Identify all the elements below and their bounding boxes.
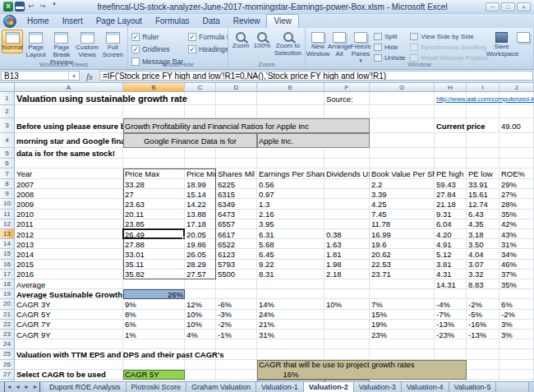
sheet-tab-valuation-3[interactable]: Valuation-3 — [354, 382, 402, 392]
cell-D7[interactable]: Shares Mil — [216, 168, 257, 179]
cell-J23[interactable]: 3% — [499, 330, 534, 339]
button-synchronous-scrolling[interactable]: Synchronous Scrolling — [410, 42, 488, 52]
cell-G14[interactable]: 19.6 — [370, 239, 435, 249]
cell-H13[interactable]: 4.20 — [435, 229, 467, 239]
cell-J12[interactable]: 42% — [499, 219, 534, 229]
cell-I7[interactable]: PE low — [467, 168, 499, 179]
cell-E4[interactable]: Apple Inc. — [257, 133, 370, 148]
checkbox-ruler[interactable]: ✓Ruler — [131, 33, 183, 41]
cell-B23[interactable]: 1% — [123, 330, 185, 339]
cell-H15[interactable]: 5.12 — [435, 249, 467, 259]
row-header-10[interactable]: 10 — [0, 199, 15, 209]
cell-A19[interactable]: Average Sustainable Growth rate — [15, 289, 123, 299]
cell-B21[interactable]: 8% — [123, 310, 185, 320]
cell-A17[interactable]: 2016 — [15, 270, 123, 279]
sheet-tab-valuation-5[interactable]: Valuation-5 — [449, 382, 497, 392]
cell-I16[interactable]: 3.07 — [467, 260, 499, 270]
col-header-H[interactable]: H — [435, 83, 467, 92]
cell-G12[interactable]: 11.78 — [370, 219, 435, 229]
cell-H8[interactable]: 59.43 — [435, 179, 467, 189]
window-close-button[interactable]: × — [517, 2, 531, 12]
redo-icon[interactable]: ↪ — [38, 2, 48, 12]
select-all-corner[interactable] — [0, 83, 15, 92]
row-header-18[interactable]: 18 — [0, 279, 15, 289]
col-header-B[interactable]: B — [123, 83, 185, 92]
cell-J10[interactable]: 28% — [499, 199, 534, 209]
button-zoom-to-selection[interactable]: Zoom to Selection — [273, 30, 303, 59]
col-header-G[interactable]: G — [370, 83, 435, 92]
cell-J15[interactable]: 34% — [499, 249, 534, 259]
excel-icon[interactable]: X — [3, 2, 13, 12]
cell-C7[interactable]: Price Min — [185, 168, 216, 179]
ribbon-tab-view[interactable]: View — [266, 14, 299, 28]
cell-E22[interactable]: 21% — [257, 320, 325, 330]
cell-E16[interactable]: 9.22 — [257, 260, 325, 270]
row-header-14[interactable]: 14 — [0, 239, 15, 249]
checkbox-headings[interactable]: ✓Headings — [188, 45, 228, 53]
button-arrange-all[interactable]: Arrange All — [329, 30, 350, 60]
sheet-tab-valuation-4[interactable]: Valuation-4 — [402, 382, 449, 392]
cell-F16[interactable]: 1.98 — [325, 260, 370, 270]
cell-A14[interactable]: 2013 — [15, 239, 123, 249]
cell-B11[interactable]: 20.11 — [123, 210, 185, 219]
cell-B3[interactable]: Growth Profitability and Financial Ratio… — [123, 118, 370, 133]
cell-D21[interactable]: -3% — [216, 310, 257, 320]
cell-E13[interactable]: 6.31 — [257, 229, 325, 239]
col-header-E[interactable]: E — [257, 83, 325, 92]
cell-F20[interactable]: 10% — [325, 299, 370, 309]
cell-G8[interactable]: 2.2 — [370, 179, 435, 189]
cell-D14[interactable]: 6522 — [216, 239, 257, 249]
cell-B22[interactable]: 6% — [123, 320, 185, 330]
button-100[interactable]: 100% — [251, 30, 273, 52]
cell-B20[interactable]: 9% — [123, 299, 185, 309]
cell-C11[interactable]: 13.88 — [185, 210, 216, 219]
sheet-tab-piotroski-score[interactable]: Piotroski Score — [127, 382, 187, 392]
cell-E26[interactable]: CAGR that will be use to project growth … — [257, 360, 467, 370]
cell-C10[interactable]: 14.22 — [185, 199, 216, 209]
insert-function-button[interactable]: fx — [80, 70, 99, 82]
cell-A21[interactable]: CAGR 5Y — [15, 310, 123, 320]
cell-G23[interactable]: 23% — [370, 330, 435, 339]
col-header-J[interactable]: J — [499, 83, 534, 92]
cell-G21[interactable]: 15% — [370, 310, 435, 320]
cell-E7[interactable]: Earnings Per Share USD — [257, 168, 325, 179]
row-header-25[interactable]: 25 — [0, 349, 15, 359]
button-custom-views[interactable]: Custom Views — [75, 30, 100, 61]
cell-F7[interactable]: Dividends USD — [325, 168, 370, 179]
cell-B9[interactable]: 27 — [123, 189, 185, 199]
cell-H10[interactable]: 21.18 — [435, 199, 467, 209]
previous-sheet-button[interactable]: ◄ — [13, 382, 22, 392]
row-header-13[interactable]: 13 — [0, 229, 15, 239]
cell-E12[interactable]: 3.95 — [257, 219, 325, 229]
cell-D16[interactable]: 5793 — [216, 260, 257, 270]
cell-J8[interactable]: 29% — [499, 179, 534, 189]
row-header-17[interactable]: 17 — [0, 270, 15, 279]
ribbon-tab-formulas[interactable]: Formulas — [149, 15, 196, 28]
ribbon-tab-data[interactable]: Data — [196, 15, 227, 28]
cell-J22[interactable]: 3% — [499, 320, 534, 330]
sheet-tab-valuation-1[interactable]: Valuation-1 — [256, 382, 304, 392]
row-header-8[interactable]: 8 — [0, 179, 15, 189]
row-header-26[interactable]: 26 — [0, 360, 15, 370]
row-header-19[interactable]: 19 — [0, 289, 15, 299]
cell-D13[interactable]: 6617 — [216, 229, 257, 239]
cell-J18[interactable]: 35% — [499, 279, 534, 289]
cell-B15[interactable]: 33.01 — [123, 249, 185, 259]
cell-C14[interactable]: 19.86 — [185, 239, 216, 249]
cell-H1[interactable]: http://www.aaii.com/computerized-investi… — [435, 92, 534, 105]
cell-J21[interactable]: -2% — [499, 310, 534, 320]
sheet-tab-valuation-2[interactable]: Valuation-2 — [304, 382, 354, 392]
cell-A27[interactable]: Select CAGR to be used — [15, 370, 123, 380]
cell-A11[interactable]: 2010 — [15, 210, 123, 219]
cell-H14[interactable]: 4.91 — [435, 239, 467, 249]
cell-H20[interactable]: -4% — [435, 299, 467, 309]
col-header-C[interactable]: C — [185, 83, 216, 92]
cell-D22[interactable]: -2% — [216, 320, 257, 330]
cell-J16[interactable]: 46% — [499, 260, 534, 270]
cell-I15[interactable]: 4.04 — [467, 249, 499, 259]
ribbon-tab-review[interactable]: Review — [227, 15, 267, 28]
cell-A22[interactable]: CAGR 7Y — [15, 320, 123, 330]
cell-J3[interactable]: 49.00 — [499, 118, 534, 133]
button-zoom[interactable]: Zoom — [230, 30, 251, 52]
cell-I17[interactable]: 3.32 — [467, 270, 499, 279]
